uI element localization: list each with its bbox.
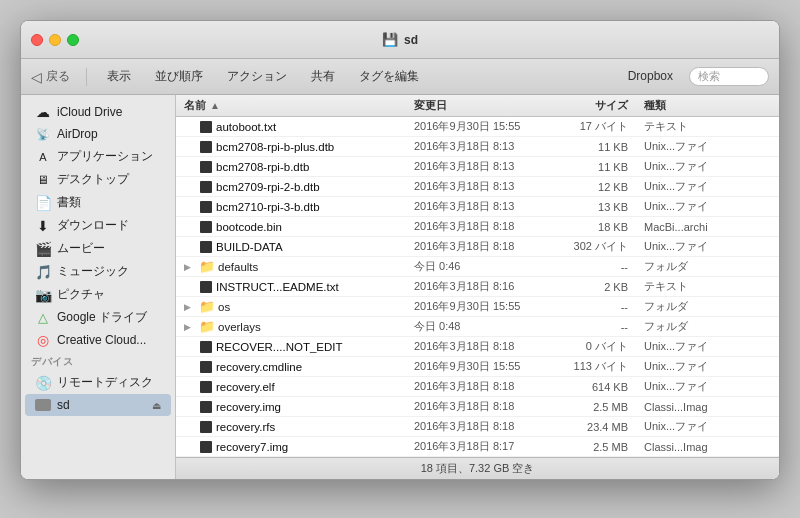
table-row[interactable]: ▶📁 defaults 今日 0:46 -- フォルダ	[176, 257, 779, 277]
table-row[interactable]: recovery.elf 2016年3月18日 8:18 614 KB Unix…	[176, 377, 779, 397]
table-row[interactable]: recovery.cmdline 2016年9月30日 15:55 113 バイ…	[176, 357, 779, 377]
toolbar-sort[interactable]: 並び順序	[151, 66, 207, 87]
table-row[interactable]: recovery7.img 2016年3月18日 8:17 2.5 MB Cla…	[176, 437, 779, 457]
sidebar-item-movies[interactable]: 🎬 ムービー	[25, 237, 171, 260]
column-type-header[interactable]: 種類	[636, 98, 779, 113]
file-type-cell: Unix...ファイ	[636, 379, 779, 394]
file-type-cell: Unix...ファイ	[636, 419, 779, 434]
file-icon	[200, 141, 212, 153]
documents-icon: 📄	[35, 195, 51, 211]
file-date-cell: 2016年3月18日 8:17	[406, 439, 556, 454]
maximize-button[interactable]	[67, 34, 79, 46]
window-title: 💾 sd	[382, 32, 418, 47]
file-name-cell: recovery.img	[176, 401, 406, 413]
back-button[interactable]: ◁ 戻る	[31, 68, 70, 85]
table-row[interactable]: bcm2708-rpi-b-plus.dtb 2016年3月18日 8:13 1…	[176, 137, 779, 157]
file-icon	[200, 401, 212, 413]
sidebar: ☁ iCloud Drive 📡 AirDrop A アプリケーション 🖥 デス…	[21, 95, 176, 479]
file-name: BUILD-DATA	[216, 241, 283, 253]
apps-icon: A	[35, 149, 51, 165]
sidebar-item-icloud[interactable]: ☁ iCloud Drive	[25, 101, 171, 123]
file-size-cell: 113 バイト	[556, 359, 636, 374]
desktop-icon: 🖥	[35, 172, 51, 188]
chevron-icon: ▶	[184, 322, 196, 332]
file-type-cell: テキスト	[636, 119, 779, 134]
pictures-icon: 📷	[35, 287, 51, 303]
file-name-cell: recovery.cmdline	[176, 361, 406, 373]
sidebar-item-sd[interactable]: sd ⏏	[25, 394, 171, 416]
sort-arrow-icon: ▲	[210, 100, 220, 111]
search-input[interactable]: 検索	[689, 67, 769, 86]
dropbox-button[interactable]: Dropbox	[624, 67, 677, 86]
file-name-cell: ▶📁 overlays	[176, 320, 406, 334]
minimize-button[interactable]	[49, 34, 61, 46]
file-date-cell: 今日 0:46	[406, 259, 556, 274]
column-date-header[interactable]: 変更日	[406, 98, 556, 113]
table-row[interactable]: RECOVER....NOT_EDIT 2016年3月18日 8:18 0 バイ…	[176, 337, 779, 357]
toolbar-tags[interactable]: タグを編集	[355, 66, 423, 87]
eject-icon[interactable]: ⏏	[152, 400, 161, 411]
file-size-cell: --	[556, 321, 636, 333]
sidebar-item-creative[interactable]: ◎ Creative Cloud...	[25, 329, 171, 351]
file-area: 名前 ▲ 変更日 サイズ 種類 autoboot.txt 2016年9月30日 …	[176, 95, 779, 479]
sidebar-item-apps[interactable]: A アプリケーション	[25, 145, 171, 168]
file-icon	[200, 441, 212, 453]
column-name-header[interactable]: 名前 ▲	[176, 98, 406, 113]
file-name-cell: ▶📁 defaults	[176, 260, 406, 274]
file-icon	[200, 181, 212, 193]
file-date-cell: 2016年3月18日 8:13	[406, 159, 556, 174]
sidebar-item-downloads[interactable]: ⬇ ダウンロード	[25, 214, 171, 237]
sidebar-item-documents[interactable]: 📄 書類	[25, 191, 171, 214]
table-row[interactable]: bcm2710-rpi-3-b.dtb 2016年3月18日 8:13 13 K…	[176, 197, 779, 217]
file-name: bcm2708-rpi-b-plus.dtb	[216, 141, 334, 153]
table-row[interactable]: bootcode.bin 2016年3月18日 8:18 18 KB MacBi…	[176, 217, 779, 237]
file-name-cell: INSTRUCT...EADME.txt	[176, 281, 406, 293]
table-row[interactable]: bcm2708-rpi-b.dtb 2016年3月18日 8:13 11 KB …	[176, 157, 779, 177]
file-name: recovery7.img	[216, 441, 288, 453]
file-size-cell: 13 KB	[556, 201, 636, 213]
file-date-cell: 2016年3月18日 8:18	[406, 239, 556, 254]
sidebar-item-airdrop[interactable]: 📡 AirDrop	[25, 123, 171, 145]
file-name-cell: BUILD-DATA	[176, 241, 406, 253]
file-type-cell: Unix...ファイ	[636, 359, 779, 374]
table-row[interactable]: ▶📁 overlays 今日 0:48 -- フォルダ	[176, 317, 779, 337]
file-date-cell: 2016年3月18日 8:18	[406, 339, 556, 354]
file-name: bcm2708-rpi-b.dtb	[216, 161, 309, 173]
table-row[interactable]: INSTRUCT...EADME.txt 2016年3月18日 8:16 2 K…	[176, 277, 779, 297]
file-icon	[200, 341, 212, 353]
sidebar-item-desktop[interactable]: 🖥 デスクトップ	[25, 168, 171, 191]
file-name: RECOVER....NOT_EDIT	[216, 341, 343, 353]
toolbar-share[interactable]: 共有	[307, 66, 339, 87]
file-icon	[200, 361, 212, 373]
titlebar: 💾 sd	[21, 21, 779, 59]
toolbar-view[interactable]: 表示	[103, 66, 135, 87]
sidebar-item-google[interactable]: △ Google ドライブ	[25, 306, 171, 329]
google-drive-icon: △	[35, 310, 51, 326]
sd-card-icon	[35, 397, 51, 413]
airdrop-icon: 📡	[35, 126, 51, 142]
file-icon	[200, 421, 212, 433]
file-size-cell: 2 KB	[556, 281, 636, 293]
table-row[interactable]: recovery.rfs 2016年3月18日 8:18 23.4 MB Uni…	[176, 417, 779, 437]
file-size-cell: 11 KB	[556, 141, 636, 153]
file-size-cell: 12 KB	[556, 181, 636, 193]
table-row[interactable]: autoboot.txt 2016年9月30日 15:55 17 バイト テキス…	[176, 117, 779, 137]
icloud-icon: ☁	[35, 104, 51, 120]
chevron-icon: ▶	[184, 262, 196, 272]
file-icon	[200, 201, 212, 213]
close-button[interactable]	[31, 34, 43, 46]
file-name-cell: bcm2708-rpi-b.dtb	[176, 161, 406, 173]
table-row[interactable]: bcm2709-rpi-2-b.dtb 2016年3月18日 8:13 12 K…	[176, 177, 779, 197]
column-size-header[interactable]: サイズ	[556, 98, 636, 113]
file-date-cell: 2016年3月18日 8:18	[406, 399, 556, 414]
sidebar-item-music[interactable]: 🎵 ミュージック	[25, 260, 171, 283]
sidebar-item-pictures[interactable]: 📷 ピクチャ	[25, 283, 171, 306]
toolbar-action[interactable]: アクション	[223, 66, 291, 87]
chevron-icon: ▶	[184, 302, 196, 312]
table-row[interactable]: recovery.img 2016年3月18日 8:18 2.5 MB Clas…	[176, 397, 779, 417]
file-name: defaults	[218, 261, 258, 273]
table-row[interactable]: ▶📁 os 2016年9月30日 15:55 -- フォルダ	[176, 297, 779, 317]
sidebar-item-remote[interactable]: 💿 リモートディスク	[25, 371, 171, 394]
table-row[interactable]: BUILD-DATA 2016年3月18日 8:18 302 バイト Unix.…	[176, 237, 779, 257]
file-type-cell: Unix...ファイ	[636, 339, 779, 354]
